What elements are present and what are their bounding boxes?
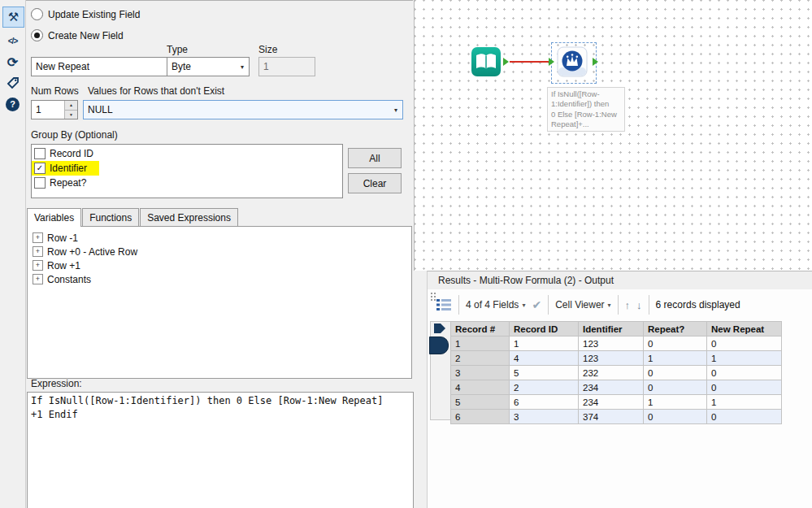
cell[interactable]: 1 — [510, 336, 579, 351]
cell[interactable]: 234 — [579, 395, 644, 410]
cell[interactable]: 5 — [510, 366, 579, 380]
multi-row-formula-config-panel: Update Existing Field Create New Field T… — [26, 0, 413, 508]
values-no-exist-dropdown[interactable]: NULL ▾ — [83, 100, 403, 119]
cell-viewer-button[interactable]: Cell Viewer ▾ — [555, 299, 610, 310]
expand-icon[interactable]: + — [33, 232, 43, 243]
cell[interactable]: 232 — [579, 366, 644, 380]
group-item-label: Identifier — [50, 163, 87, 174]
tab-saved-expressions[interactable]: Saved Expressions — [140, 208, 238, 226]
group-item-repeat[interactable]: Repeat? — [32, 176, 342, 190]
drag-grip-icon[interactable] — [430, 292, 437, 302]
cell[interactable]: 234 — [579, 380, 644, 395]
cell[interactable]: 123 — [579, 336, 644, 351]
tool-config-icon-strip: ⚒ </> ⟳ ? — [0, 0, 26, 508]
cell[interactable]: 4 — [510, 351, 579, 366]
values-no-exist-label: Values for Rows that don't Exist — [88, 85, 224, 97]
records-displayed-label: 6 records displayed — [656, 299, 740, 310]
checkbox-checked-icon[interactable]: ✓ — [34, 163, 46, 174]
new-field-name-value: New Repeat — [36, 61, 89, 72]
cell[interactable]: 1 — [707, 395, 782, 410]
stepper-buttons[interactable]: ▲ ▼ — [64, 101, 77, 119]
expression-editor[interactable]: If IsNull([Row-1:Identifier]) then 0 Els… — [27, 392, 414, 508]
expand-icon[interactable]: + — [33, 260, 43, 271]
cell[interactable]: 0 — [707, 366, 782, 380]
cell[interactable]: 374 — [579, 410, 644, 424]
scroll-down-icon[interactable]: ↓ — [636, 299, 642, 311]
cell[interactable]: 1 — [707, 351, 782, 366]
results-title: Results - Multi-Row Formula (2) - Output — [428, 271, 812, 289]
variables-tree: + Row -1 + Row +0 - Active Row + Row +1 … — [27, 226, 412, 379]
tree-item-constants[interactable]: + Constants — [33, 272, 411, 286]
row-number-cell[interactable]: 5 — [451, 395, 510, 410]
cell[interactable]: 2 — [510, 380, 579, 395]
chevron-down-icon: ▾ — [522, 302, 525, 309]
clear-button[interactable]: Clear — [348, 173, 402, 193]
expand-icon[interactable]: + — [33, 246, 43, 257]
cell[interactable]: 0 — [644, 380, 707, 395]
tool-annotation[interactable]: If IsNull([Row- 1:Identifier]) then 0 El… — [547, 87, 625, 132]
cell[interactable]: 6 — [510, 395, 579, 410]
results-panel: Results - Multi-Row Formula (2) - Output… — [427, 271, 812, 508]
tab-variables[interactable]: Variables — [27, 208, 81, 227]
tree-item-row-plus-1[interactable]: + Row +1 — [33, 258, 411, 272]
cell[interactable]: 0 — [644, 336, 707, 351]
row-number-cell[interactable]: 4 — [451, 380, 510, 395]
group-item-identifier[interactable]: ✓ Identifier — [32, 161, 99, 176]
filter-funnel-icon[interactable] — [433, 323, 446, 334]
expand-icon[interactable]: + — [33, 274, 43, 284]
apply-check-icon[interactable]: ✔ — [532, 298, 541, 311]
column-header-record-id[interactable]: Record ID — [510, 322, 579, 336]
cell[interactable]: 0 — [644, 366, 707, 380]
cell[interactable]: 1 — [644, 351, 707, 366]
checkbox-unchecked-icon[interactable] — [34, 177, 46, 189]
all-button[interactable]: All — [348, 148, 402, 168]
spin-up-icon[interactable]: ▲ — [65, 101, 77, 110]
row-number-cell[interactable]: 3 — [451, 366, 510, 380]
row-number-cell[interactable]: 2 — [451, 351, 510, 366]
text-input-tool[interactable] — [471, 46, 502, 77]
tree-item-row-minus-1[interactable]: + Row -1 — [33, 231, 411, 245]
chevron-down-icon: ▾ — [236, 58, 249, 76]
scroll-up-icon[interactable]: ↑ — [625, 299, 631, 311]
code-tab-button[interactable]: </> — [2, 31, 23, 50]
input-anchor-icon[interactable] — [549, 58, 554, 66]
new-field-name-input[interactable]: New Repeat — [31, 57, 172, 76]
column-header-record-num[interactable]: Record # — [451, 322, 510, 336]
cell[interactable]: 0 — [707, 336, 782, 351]
cell[interactable]: 0 — [707, 410, 782, 424]
checkbox-unchecked-icon[interactable] — [34, 148, 46, 159]
spin-down-icon[interactable]: ▼ — [65, 110, 77, 119]
column-header-new-repeat[interactable]: New Repeat — [707, 322, 782, 336]
cell[interactable]: 123 — [579, 351, 644, 366]
cell[interactable]: 1 — [644, 395, 707, 410]
cell[interactable]: 0 — [644, 410, 707, 424]
multi-row-formula-tool[interactable] — [557, 46, 588, 77]
column-header-identifier[interactable]: Identifier — [579, 322, 644, 336]
tab-functions[interactable]: Functions — [82, 208, 139, 226]
radio-update-label: Update Existing Field — [48, 9, 140, 20]
group-item-record-id[interactable]: Record ID — [32, 146, 342, 161]
row-number-cell[interactable]: 6 — [451, 410, 510, 424]
annotation-tab-button[interactable] — [2, 73, 23, 93]
output-anchor-bookmark-icon[interactable] — [429, 336, 449, 354]
row-number-cell[interactable]: 1 — [451, 336, 510, 351]
output-anchor-icon[interactable] — [593, 58, 598, 66]
connection-line[interactable] — [510, 61, 550, 63]
radio-create-new-field[interactable]: Create New Field — [31, 29, 124, 41]
tree-item-label: Row +1 — [47, 260, 80, 271]
radio-update-existing-field[interactable]: Update Existing Field — [31, 8, 140, 20]
configuration-tab-button[interactable]: ⚒ — [2, 7, 24, 28]
output-anchor-icon[interactable] — [503, 58, 509, 66]
fields-dropdown-button[interactable]: 4 of 4 Fields ▾ — [466, 299, 525, 310]
refresh-icon: ⟳ — [7, 54, 18, 70]
workflow-canvas[interactable]: If IsNull([Row- 1:Identifier]) then 0 El… — [414, 0, 812, 271]
grid-view-icon[interactable] — [436, 297, 452, 312]
cell[interactable]: 0 — [707, 380, 782, 395]
column-header-repeat[interactable]: Repeat? — [644, 322, 707, 336]
num-rows-stepper[interactable]: 1 ▲ ▼ — [31, 100, 78, 119]
refresh-tab-button[interactable]: ⟳ — [2, 52, 23, 72]
cell[interactable]: 3 — [510, 410, 579, 424]
tree-item-row-0-active[interactable]: + Row +0 - Active Row — [33, 245, 411, 258]
type-dropdown[interactable]: Byte ▾ — [167, 57, 250, 76]
help-button[interactable]: ? — [2, 94, 23, 114]
